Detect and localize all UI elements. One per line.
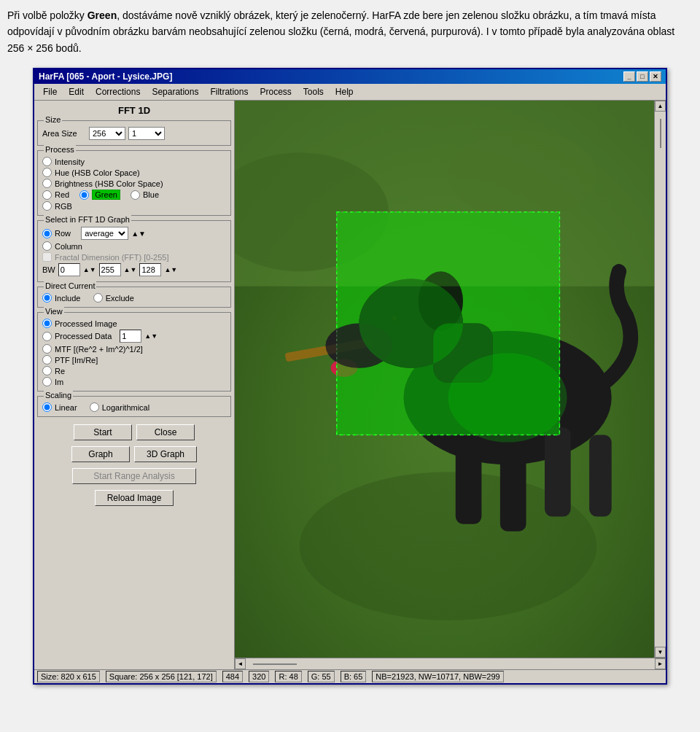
menu-separations[interactable]: Separations: [146, 85, 204, 98]
dc-include-label: Include: [55, 294, 80, 303]
bw-input1[interactable]: [58, 263, 80, 276]
view-im-label: Im: [55, 378, 63, 386]
vertical-scrollbar[interactable]: ▲ ▼: [654, 101, 666, 658]
view-proc-data-row: Processed Data ▲▼: [42, 330, 226, 343]
proc-data-input[interactable]: [120, 330, 141, 343]
select-column-label: Column: [55, 242, 82, 251]
view-mtf-label: MTF [(Re^2 + Im^2)^1/2]: [55, 345, 143, 354]
svg-rect-10: [456, 435, 482, 524]
process-intensity-radio[interactable]: [42, 157, 52, 166]
area-size-dropdown[interactable]: 256 128 512: [89, 127, 125, 140]
scroll-right-button[interactable]: ►: [655, 658, 666, 669]
horizontal-scrollbar[interactable]: ◄ ►: [235, 658, 666, 669]
scroll-thumb-area[interactable]: [660, 112, 661, 647]
start-button[interactable]: Start: [74, 424, 132, 440]
status-nb: NB=21923, NW=10717, NBW=299: [372, 671, 503, 682]
menu-tools[interactable]: Tools: [298, 85, 330, 98]
bw-row: BW ▲▼ ▲▼ ▲▼: [42, 263, 226, 276]
panel-title: FFT 1D: [37, 104, 231, 117]
application-window: HarFA [065 - Aport - Lysice.JPG] _ □ ✕ F…: [33, 68, 667, 685]
select-section: Select in FFT 1D Graph Row average ▲▼ Co…: [37, 220, 231, 282]
process-red-radio[interactable]: [42, 190, 52, 200]
view-im-radio[interactable]: [42, 377, 52, 386]
fractal-row: Fractal Dimension (FFT) [0-255]: [42, 252, 226, 262]
menu-corrections[interactable]: Corrections: [90, 85, 146, 98]
area-size-row: Area Size 256 128 512 1: [42, 127, 226, 140]
scaling-linear-radio[interactable]: [42, 402, 52, 412]
svg-point-26: [448, 354, 567, 443]
view-ptf-radio[interactable]: [42, 355, 52, 365]
view-proc-img-label: Processed Image: [55, 319, 117, 328]
svg-rect-11: [500, 435, 526, 532]
process-green-radio[interactable]: [79, 190, 89, 200]
process-brightness-radio[interactable]: [42, 179, 52, 188]
image-svg: [235, 101, 654, 658]
select-column-row: Column: [42, 241, 226, 251]
menu-edit[interactable]: Edit: [63, 85, 90, 98]
menu-help[interactable]: Help: [330, 85, 359, 98]
maximize-button[interactable]: □: [637, 71, 648, 82]
direct-section-label: Direct Current: [44, 281, 96, 290]
process-hue-radio[interactable]: [42, 168, 52, 177]
image-and-vscroll: ▲ ▼: [235, 101, 666, 658]
bw-arrows2: ▲▼: [124, 266, 137, 273]
scaling-linear-label: Linear: [55, 403, 77, 412]
scaling-section: Scaling Linear Logarithmical: [37, 396, 231, 417]
svg-rect-27: [337, 212, 560, 287]
scroll-down-button[interactable]: ▼: [655, 647, 666, 658]
scroll-up-button[interactable]: ▲: [655, 101, 666, 112]
reload-button[interactable]: Reload Image: [95, 490, 174, 506]
scaling-log-radio[interactable]: [90, 402, 99, 412]
close-button-panel[interactable]: Close: [136, 424, 195, 440]
view-proc-img-radio[interactable]: [42, 319, 52, 328]
select-column-radio[interactable]: [42, 241, 52, 251]
menu-process[interactable]: Process: [254, 85, 297, 98]
status-y: 320: [249, 671, 269, 682]
graph3d-button[interactable]: 3D Graph: [134, 446, 197, 462]
average-dropdown[interactable]: average: [81, 227, 128, 240]
scroll-thumb[interactable]: [660, 119, 661, 148]
process-blue-radio[interactable]: [131, 190, 140, 200]
status-x: 484: [222, 671, 243, 682]
bw-input3[interactable]: [139, 263, 161, 276]
select-section-label: Select in FFT 1D Graph: [44, 215, 131, 224]
dc-exclude-radio[interactable]: [93, 293, 103, 303]
menu-filtrations[interactable]: Filtrations: [204, 85, 254, 98]
start-range-button[interactable]: Start Range Analysis: [72, 468, 196, 484]
dc-include-radio[interactable]: [42, 293, 52, 303]
select-row-radio[interactable]: [42, 229, 52, 238]
view-re-row: Re: [42, 366, 226, 375]
bw-input2[interactable]: [99, 263, 121, 276]
buttons-row1: Start Close: [39, 424, 230, 440]
dc-exclude-label: Exclude: [106, 294, 134, 303]
process-green-label: Green: [92, 190, 120, 200]
view-proc-data-label: Processed Data: [55, 332, 112, 340]
svg-rect-12: [545, 427, 571, 516]
status-r: R: 48: [275, 671, 301, 682]
process-red-label: Red: [55, 190, 69, 199]
view-re-radio[interactable]: [42, 366, 52, 375]
menu-file[interactable]: File: [37, 85, 63, 98]
close-button[interactable]: ✕: [650, 71, 661, 82]
process-brightness-label: Brightness (HSB Color Space): [55, 179, 163, 188]
minimize-button[interactable]: _: [623, 71, 635, 82]
select-row-row: Row average ▲▼: [42, 227, 226, 240]
graph-button[interactable]: Graph: [71, 446, 130, 462]
svg-rect-13: [589, 435, 612, 517]
scaling-row: Linear Logarithmical: [42, 402, 226, 412]
hscroll-thumb[interactable]: [253, 663, 297, 665]
area-size-dropdown2[interactable]: 1: [128, 127, 165, 140]
process-rgb-radio[interactable]: [42, 201, 52, 211]
fractal-checkbox: [42, 252, 52, 262]
view-im-row: Im: [42, 377, 226, 386]
scroll-left-button[interactable]: ◄: [235, 658, 246, 669]
view-mtf-radio[interactable]: [42, 344, 52, 354]
process-rgb-row: RGB: [42, 201, 226, 211]
article-paragraph: Při volbě položky Green, dostáváme nově …: [7, 7, 693, 56]
view-ptf-row: PTF [Im/Re]: [42, 355, 226, 365]
process-section: Process Intensity Hue (HSB Color Space) …: [37, 150, 231, 216]
view-ptf-label: PTF [Im/Re]: [55, 356, 98, 365]
view-section: View Processed Image Processed Data ▲▼: [37, 312, 231, 392]
hscroll-thumb-area[interactable]: [246, 663, 655, 665]
view-proc-data-radio[interactable]: [42, 332, 52, 341]
